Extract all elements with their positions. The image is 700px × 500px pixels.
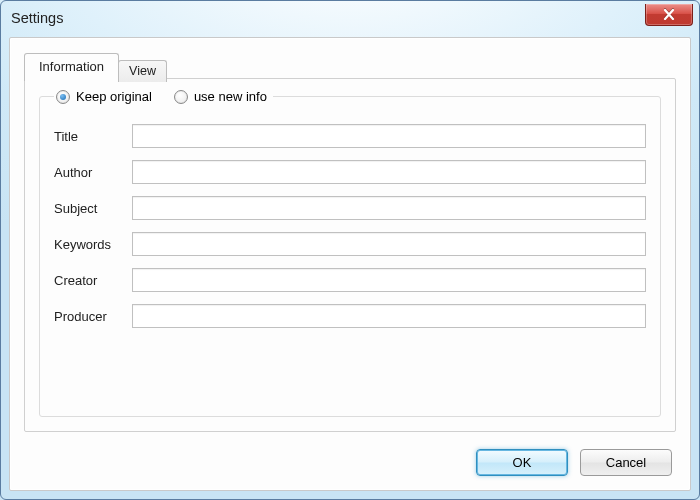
input-subject[interactable] [132, 196, 646, 220]
label-producer: Producer [54, 309, 132, 324]
label-keywords: Keywords [54, 237, 132, 252]
client-area: Information View Keep original use new i… [9, 37, 691, 491]
cancel-button[interactable]: Cancel [580, 449, 672, 476]
info-group: Keep original use new info Title [39, 89, 661, 417]
label-subject: Subject [54, 201, 132, 216]
radio-icon [174, 90, 188, 104]
radio-use-new-info-label: use new info [194, 89, 267, 104]
form-rows: Title Author Subject Keywords [54, 124, 646, 328]
label-title: Title [54, 129, 132, 144]
label-creator: Creator [54, 273, 132, 288]
radio-use-new-info[interactable]: use new info [174, 89, 267, 104]
row-keywords: Keywords [54, 232, 646, 256]
dialog-buttons: OK Cancel [476, 449, 672, 476]
settings-window: Settings Information View Keep original [0, 0, 700, 500]
radio-keep-original[interactable]: Keep original [56, 89, 152, 104]
tab-information[interactable]: Information [24, 53, 119, 81]
ok-button[interactable]: OK [476, 449, 568, 476]
row-author: Author [54, 160, 646, 184]
radio-icon [56, 90, 70, 104]
label-author: Author [54, 165, 132, 180]
row-subject: Subject [54, 196, 646, 220]
row-title: Title [54, 124, 646, 148]
info-group-legend: Keep original use new info [54, 89, 273, 104]
tab-view[interactable]: View [118, 60, 167, 82]
window-title: Settings [11, 10, 63, 26]
title-bar: Settings [1, 1, 699, 35]
row-creator: Creator [54, 268, 646, 292]
row-producer: Producer [54, 304, 646, 328]
radio-keep-original-label: Keep original [76, 89, 152, 104]
input-title[interactable] [132, 124, 646, 148]
tab-strip: Information View [24, 52, 166, 80]
input-producer[interactable] [132, 304, 646, 328]
input-keywords[interactable] [132, 232, 646, 256]
close-icon [663, 9, 675, 20]
tab-panel-information: Keep original use new info Title [24, 78, 676, 432]
input-author[interactable] [132, 160, 646, 184]
input-creator[interactable] [132, 268, 646, 292]
close-button[interactable] [645, 4, 693, 26]
